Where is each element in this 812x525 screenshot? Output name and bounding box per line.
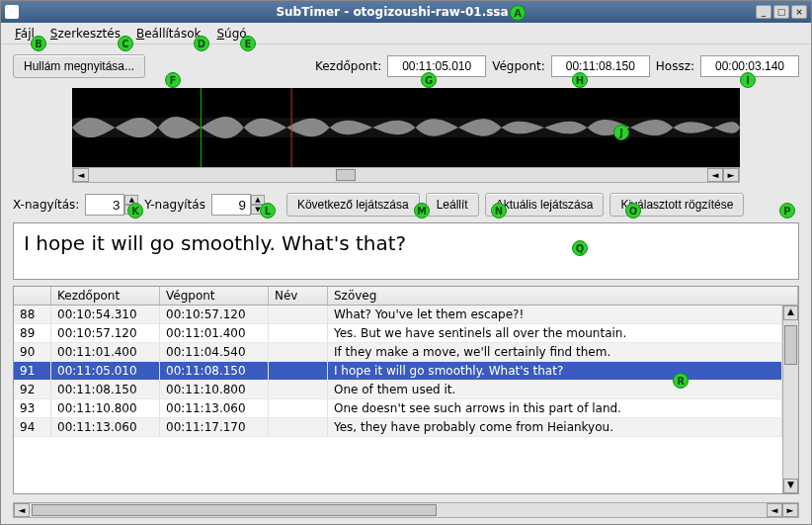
col-start[interactable]: Kezdőpont xyxy=(51,287,160,305)
cell-index: 92 xyxy=(14,381,51,398)
table-row[interactable]: 9200:11:08.15000:11:10.800One of them us… xyxy=(14,381,782,399)
annotation-marker: E xyxy=(240,36,256,51)
scroll-down-icon[interactable]: ▼ xyxy=(783,479,798,493)
cell-name xyxy=(269,381,328,398)
yzoom-input[interactable] xyxy=(211,194,251,216)
cell-start: 00:10:57.120 xyxy=(51,324,160,342)
xzoom-input[interactable] xyxy=(85,194,124,216)
table-vscroll[interactable]: ▲ ▼ xyxy=(782,306,798,493)
annotation-marker: H xyxy=(572,72,588,88)
minimize-button[interactable]: _ xyxy=(756,5,771,19)
table-scroll-left-icon[interactable]: ◄ xyxy=(14,503,30,517)
cell-text: Yes, they have probably come from Heiank… xyxy=(328,418,782,436)
subtitle-table: Kezdőpont Végpont Név Szöveg 8800:10:54.… xyxy=(13,286,799,494)
table-hscroll[interactable]: ◄ ◄ ► xyxy=(13,502,799,518)
subtitle-text-editor[interactable]: I hope it will go smoothly. What's that? xyxy=(13,222,799,280)
waveform[interactable] xyxy=(72,88,740,167)
col-name[interactable]: Név xyxy=(269,287,328,305)
window-title: SubTimer - otogizoushi-raw-01.ssa xyxy=(29,5,756,19)
annotation-marker: D xyxy=(194,36,209,51)
cell-name xyxy=(269,306,328,323)
cell-text: What? You've let them escape?! xyxy=(328,306,782,323)
app-icon xyxy=(5,5,29,19)
table-row[interactable]: 8900:10:57.12000:11:01.400Yes. But we ha… xyxy=(14,324,782,343)
cell-name xyxy=(269,362,328,380)
cell-start: 00:11:10.800 xyxy=(51,399,160,417)
end-label: Végpont: xyxy=(492,59,545,73)
cell-start: 00:11:08.150 xyxy=(51,381,160,398)
annotation-marker: C xyxy=(118,36,133,51)
table-scroll-right-icon[interactable]: ► xyxy=(782,503,798,517)
cell-start: 00:10:54.310 xyxy=(51,306,160,323)
yzoom-spinner[interactable]: ▲▼ xyxy=(211,194,265,216)
menu-edit[interactable]: Szerkesztés xyxy=(44,25,126,43)
annotation-marker: A xyxy=(510,5,526,21)
table-row[interactable]: 9400:11:13.06000:11:17.170Yes, they have… xyxy=(14,418,782,437)
annotation-marker: G xyxy=(421,72,437,88)
table-scroll-left2-icon[interactable]: ◄ xyxy=(767,503,782,517)
cell-name xyxy=(269,418,328,436)
cell-index: 88 xyxy=(14,306,51,323)
play-next-button[interactable]: Következő lejátszása xyxy=(286,193,420,217)
col-text[interactable]: Szöveg xyxy=(328,287,798,305)
maximize-button[interactable]: □ xyxy=(773,5,789,19)
table-row[interactable]: 9100:11:05.01000:11:08.150I hope it will… xyxy=(14,362,782,381)
cell-name xyxy=(269,343,328,361)
stop-button[interactable]: Leállít xyxy=(426,193,479,217)
cell-end: 00:10:57.120 xyxy=(160,306,269,323)
cell-start: 00:11:13.060 xyxy=(51,418,160,436)
cell-start: 00:11:05.010 xyxy=(51,362,160,380)
start-input[interactable] xyxy=(387,55,486,77)
close-button[interactable]: × xyxy=(791,5,807,19)
annotation-marker: I xyxy=(740,72,756,88)
cell-text: If they make a move, we'll certainly fin… xyxy=(328,343,782,361)
waveform-scrollbar[interactable]: ◄ ◄ ► xyxy=(72,167,740,183)
table-row[interactable]: 9300:11:10.80000:11:13.060One doesn't se… xyxy=(14,399,782,418)
cell-text: Yes. But we have sentinels all over the … xyxy=(328,324,782,342)
start-label: Kezdőpont: xyxy=(315,59,381,73)
annotation-marker: B xyxy=(31,36,46,51)
cell-index: 93 xyxy=(14,399,51,417)
length-label: Hossz: xyxy=(656,59,694,73)
annotation-marker: M xyxy=(414,203,430,219)
scroll-left2-icon[interactable]: ◄ xyxy=(707,168,723,182)
annotation-marker: Q xyxy=(572,240,588,256)
cell-index: 90 xyxy=(14,343,51,361)
open-wave-button[interactable]: Hullám megnyitása... xyxy=(13,54,145,78)
annotation-marker: L xyxy=(260,203,276,219)
cell-end: 00:11:08.150 xyxy=(160,362,269,380)
cell-start: 00:11:01.400 xyxy=(51,343,160,361)
yzoom-label: Y-nagyítás xyxy=(144,198,205,212)
cell-index: 91 xyxy=(14,362,51,380)
cell-end: 00:11:01.400 xyxy=(160,324,269,342)
end-input[interactable] xyxy=(551,55,650,77)
annotation-marker: F xyxy=(165,72,181,88)
cell-end: 00:11:10.800 xyxy=(160,381,269,398)
annotation-marker: O xyxy=(625,203,641,219)
cell-index: 94 xyxy=(14,418,51,436)
annotation-marker: K xyxy=(127,203,143,219)
annotation-marker: P xyxy=(779,203,795,219)
annotation-marker: J xyxy=(613,125,629,140)
cell-name xyxy=(269,399,328,417)
cell-text: One doesn't see such arrows in this part… xyxy=(328,399,782,417)
scroll-left-icon[interactable]: ◄ xyxy=(73,168,89,182)
titlebar: SubTimer - otogizoushi-raw-01.ssa _ □ × xyxy=(1,1,811,23)
cell-text: I hope it will go smoothly. What's that? xyxy=(328,362,782,380)
cell-name xyxy=(269,324,328,342)
table-row[interactable]: 8800:10:54.31000:10:57.120What? You've l… xyxy=(14,306,782,324)
scroll-up-icon[interactable]: ▲ xyxy=(783,306,798,320)
table-header: Kezdőpont Végpont Név Szöveg xyxy=(14,287,798,306)
annotation-marker: R xyxy=(673,373,689,389)
cell-end: 00:11:04.540 xyxy=(160,343,269,361)
cell-end: 00:11:13.060 xyxy=(160,399,269,417)
cell-end: 00:11:17.170 xyxy=(160,418,269,436)
col-end[interactable]: Végpont xyxy=(160,287,269,305)
annotation-marker: N xyxy=(491,203,507,219)
table-row[interactable]: 9000:11:01.40000:11:04.540If they make a… xyxy=(14,343,782,362)
scroll-right-icon[interactable]: ► xyxy=(723,168,739,182)
col-index[interactable] xyxy=(14,287,51,305)
xzoom-label: X-nagyítás: xyxy=(13,198,79,212)
cell-text: One of them used it. xyxy=(328,381,782,398)
cell-index: 89 xyxy=(14,324,51,342)
